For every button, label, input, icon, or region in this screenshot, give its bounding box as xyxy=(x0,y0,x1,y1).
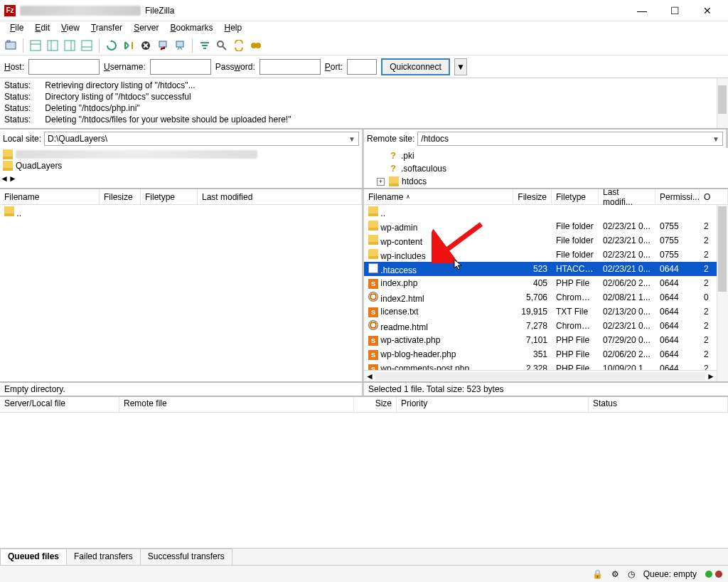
qcol-status[interactable]: Status xyxy=(589,397,728,412)
tab-successful-transfers[interactable]: Successful transfers xyxy=(140,549,232,565)
col-filetype[interactable]: Filetype xyxy=(141,189,198,204)
file-type: File folder xyxy=(552,221,599,231)
local-site-input[interactable]: D:\QuadLayers\ ▼ xyxy=(44,132,359,146)
remote-file-row[interactable]: index2.html 5,706 Chrome ... 02/08/21 1.… xyxy=(364,290,728,305)
col-permissions[interactable]: Permissi... xyxy=(655,189,700,204)
port-input[interactable] xyxy=(347,59,377,75)
local-column-header[interactable]: Filename Filesize Filetype Last modified xyxy=(0,189,362,205)
file-name: wp-content xyxy=(380,237,422,247)
toggle-log-icon[interactable] xyxy=(28,38,43,53)
qcol-server[interactable]: Server/Local file xyxy=(0,397,119,412)
col-filesize[interactable]: Filesize xyxy=(513,189,552,204)
remote-tree-item[interactable]: ?.softaculous xyxy=(367,162,725,175)
file-name: wp-includes xyxy=(380,251,425,261)
maximize-button[interactable]: ☐ xyxy=(658,0,691,21)
queue-list[interactable] xyxy=(0,413,728,548)
col-filetype[interactable]: Filetype xyxy=(552,189,599,204)
toggle-remote-tree-icon[interactable] xyxy=(62,38,77,53)
menu-server[interactable]: Server xyxy=(128,21,164,36)
remote-file-list[interactable]: .. wp-admin File folder 02/23/21 0... 07… xyxy=(364,205,728,381)
menu-transfer[interactable]: Transfer xyxy=(85,21,128,36)
toggle-local-tree-icon[interactable] xyxy=(45,38,60,53)
expand-icon[interactable]: + xyxy=(377,178,385,186)
remote-tree-item[interactable]: ?.pki xyxy=(367,149,725,162)
remote-file-row[interactable]: .htaccess 523 HTACCE... 02/23/21 0... 06… xyxy=(364,262,728,276)
minimize-button[interactable]: — xyxy=(626,0,658,21)
menu-help[interactable]: Help xyxy=(219,21,248,36)
file-icon xyxy=(368,263,378,273)
clock-icon: ◷ xyxy=(628,569,635,579)
host-input[interactable] xyxy=(28,59,100,75)
menu-file[interactable]: File xyxy=(4,21,29,36)
col-modified[interactable]: Last modifi... xyxy=(599,189,655,204)
quickconnect-dropdown[interactable]: ▼ xyxy=(454,58,467,75)
remote-vscroll[interactable] xyxy=(717,205,728,381)
remote-file-row[interactable]: wp-content File folder 02/23/21 0... 075… xyxy=(364,233,728,248)
remote-file-row[interactable]: S wp-blog-header.php 351 PHP File 02/06/… xyxy=(364,347,728,361)
process-queue-icon[interactable] xyxy=(121,38,136,53)
log-scrollbar[interactable] xyxy=(717,78,728,128)
file-owner: 0 xyxy=(700,292,714,302)
queue-column-header[interactable]: Server/Local file Remote file Size Prior… xyxy=(0,397,728,413)
host-label: Host: xyxy=(4,62,24,72)
col-filename[interactable]: Filename xyxy=(0,189,100,204)
close-button[interactable]: ✕ xyxy=(691,0,724,21)
sublime-file-icon: S xyxy=(368,350,378,360)
qcol-priority[interactable]: Priority xyxy=(397,397,589,412)
qcol-size[interactable]: Size xyxy=(354,397,397,412)
reconnect-icon[interactable] xyxy=(172,38,188,53)
svg-rect-18 xyxy=(202,45,208,46)
remote-file-row[interactable]: .. xyxy=(364,205,728,219)
site-manager-icon[interactable] xyxy=(3,38,18,53)
disconnect-icon[interactable] xyxy=(155,38,171,53)
remote-file-row[interactable]: readme.html 7,278 Chrome ... 02/23/21 0.… xyxy=(364,319,728,333)
local-tree-item[interactable]: QuadLayers xyxy=(3,159,359,172)
refresh-icon[interactable] xyxy=(104,38,119,53)
file-modified: 02/23/21 0... xyxy=(599,221,655,231)
password-input[interactable] xyxy=(259,59,321,75)
local-tree-hscroll[interactable]: ◄► xyxy=(0,174,362,184)
quickconnect-button[interactable]: Quickconnect xyxy=(381,58,450,75)
tab-failed-transfers[interactable]: Failed transfers xyxy=(66,549,141,565)
compare-icon[interactable] xyxy=(248,38,264,53)
toggle-queue-icon[interactable] xyxy=(79,38,95,53)
folder-icon xyxy=(3,149,13,159)
password-label: Password: xyxy=(215,62,255,72)
file-modified: 02/06/20 2... xyxy=(599,349,655,359)
remote-site-input[interactable]: /htdocs ▼ xyxy=(417,132,723,146)
chevron-down-icon[interactable]: ▼ xyxy=(348,135,355,143)
file-permissions: 0755 xyxy=(655,250,700,260)
col-owner[interactable]: O xyxy=(700,189,728,204)
remote-file-row[interactable]: S wp-activate.php 7,101 PHP File 07/29/2… xyxy=(364,333,728,347)
remote-column-header[interactable]: Filename ∧ Filesize Filetype Last modifi… xyxy=(364,189,728,205)
remote-file-row[interactable]: S license.txt 19,915 TXT File 02/13/20 0… xyxy=(364,305,728,319)
file-permissions: 0644 xyxy=(655,349,700,359)
svg-point-23 xyxy=(255,43,261,48)
file-type: PHP File xyxy=(552,278,599,288)
svg-rect-17 xyxy=(200,42,209,43)
remote-hscroll[interactable]: ◄► xyxy=(364,370,717,381)
col-filename[interactable]: Filename ∧ xyxy=(364,189,513,204)
menu-bookmarks[interactable]: Bookmarks xyxy=(164,21,218,36)
col-filesize[interactable]: Filesize xyxy=(100,189,141,204)
cancel-icon[interactable] xyxy=(138,38,154,53)
remote-file-row[interactable]: S index.php 405 PHP File 02/06/20 2... 0… xyxy=(364,276,728,290)
local-file-list[interactable]: .. xyxy=(0,205,362,381)
tab-queued-files[interactable]: Queued files xyxy=(0,549,67,565)
file-modified: 07/29/20 0... xyxy=(599,335,655,345)
remote-tree-item[interactable]: +htdocs xyxy=(367,175,725,188)
menu-edit[interactable]: Edit xyxy=(29,21,55,36)
col-modified[interactable]: Last modified xyxy=(198,189,362,204)
remote-file-row[interactable]: wp-admin File folder 02/23/21 0... 0755 … xyxy=(364,219,728,233)
log-message: Retrieving directory listing of "/htdocs… xyxy=(45,80,195,91)
menu-view[interactable]: View xyxy=(55,21,85,36)
svg-rect-19 xyxy=(203,48,206,49)
chevron-down-icon[interactable]: ▼ xyxy=(712,135,719,143)
qcol-remote[interactable]: Remote file xyxy=(119,397,354,412)
search-icon[interactable] xyxy=(214,38,230,53)
remote-file-row[interactable]: wp-includes File folder 02/23/21 0... 07… xyxy=(364,248,728,262)
username-input[interactable] xyxy=(150,59,211,75)
filter-icon[interactable] xyxy=(197,38,213,53)
sync-browse-icon[interactable] xyxy=(231,38,247,53)
local-tree-item[interactable] xyxy=(3,149,359,159)
